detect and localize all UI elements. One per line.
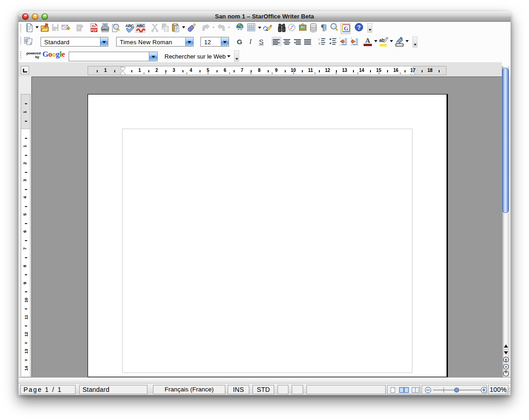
svg-text:PDF: PDF: [91, 29, 97, 32]
svg-text:I: I: [318, 37, 319, 41]
svg-text:A: A: [365, 37, 370, 44]
svg-text:G: G: [344, 25, 348, 32]
svg-text:¶: ¶: [321, 23, 325, 32]
svg-text:II: II: [318, 41, 320, 46]
svg-text:?: ?: [357, 24, 361, 31]
svg-text:ABC: ABC: [136, 24, 145, 28]
